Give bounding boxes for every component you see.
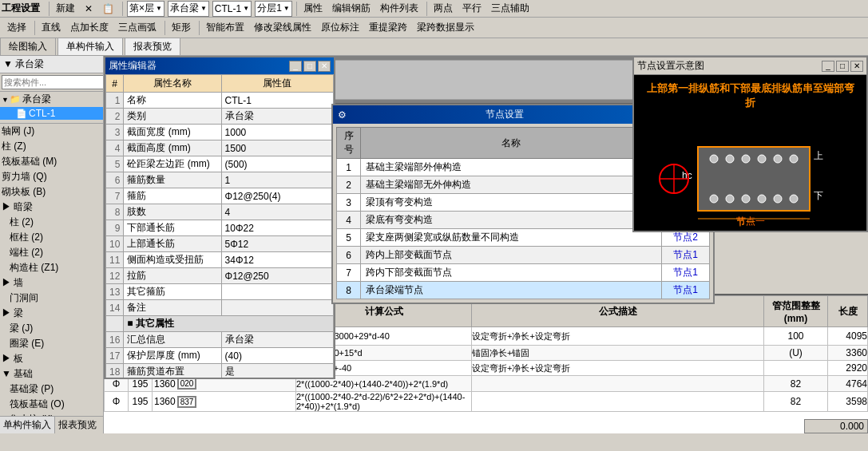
layer-combo[interactable]: 第×层▼ — [127, 1, 164, 17]
rebar-desc: 设定弯折+净长+设定弯折 — [472, 361, 764, 376]
sidebar-item-shearwall[interactable]: 剪力墙 (Q) — [0, 169, 103, 184]
sidebar-item-foundation[interactable]: ▼ 基础 — [0, 366, 103, 382]
sidebar-item-liang[interactable]: 梁 (J) — [0, 321, 103, 336]
props-row-value[interactable]: 1000 — [221, 125, 333, 140]
node-row-node[interactable]: 节点1 — [662, 264, 710, 282]
sidebar-item-foundbeam[interactable]: 基础梁 (P) — [0, 382, 103, 397]
node-row-node[interactable]: 节点1 — [662, 247, 710, 264]
node-diagram-close[interactable]: ✕ — [850, 61, 863, 72]
props-row-value[interactable]: 10Φ22 — [221, 220, 333, 236]
sidebar-item-ring[interactable]: 圈梁 (E) — [0, 336, 103, 351]
props-row-value[interactable]: 承台梁 — [221, 332, 333, 348]
orig-label-button[interactable]: 原位标注 — [317, 19, 363, 36]
tree-item-root[interactable]: ▼ 📁 承台梁 — [0, 92, 103, 107]
sidebar-item-door[interactable]: 门洞间 — [0, 291, 103, 306]
modify-line-button[interactable]: 修改梁线属性 — [250, 19, 315, 36]
sidebar-item-axis[interactable]: 轴网 (J) — [0, 124, 103, 139]
props-row-value[interactable] — [221, 300, 333, 316]
copy-button[interactable]: 📋 — [98, 2, 118, 16]
three-arc-button[interactable]: 三点画弧 — [114, 19, 161, 36]
rebar-dia: 195 — [129, 392, 153, 412]
props-row-value[interactable]: (40) — [221, 348, 333, 364]
sidebar-item-col2[interactable]: 柱 (2) — [0, 215, 103, 230]
props-row-name: 类别 — [124, 109, 221, 125]
parallel-button[interactable]: 平行 — [458, 0, 486, 17]
node-row-seq: 5 — [337, 229, 361, 247]
props-row-name: 汇总信息 — [124, 332, 221, 348]
select-button[interactable]: 选择 — [3, 19, 30, 36]
sidebar-item-wall[interactable]: ▶ 墙 — [0, 275, 103, 291]
sidebar-item-framecol[interactable]: 框柱 (2) — [0, 230, 103, 245]
props-scroll[interactable]: # 属性名称 属性值 1名称CTL-12类别承台梁3截面宽度 (mm)10004… — [105, 74, 334, 378]
sidebar-item-slab[interactable]: ▶ 板 — [0, 351, 103, 366]
panel-close-btn[interactable]: ✕ — [318, 61, 331, 72]
props-row-value[interactable]: CTL-1 — [221, 93, 333, 109]
node-diagram-restore[interactable]: □ — [836, 61, 849, 72]
node-row-seq: 8 — [337, 282, 361, 299]
node-row-node[interactable]: 节点1 — [662, 282, 710, 299]
props-row-name: 箍筋贯道布置 — [124, 364, 221, 378]
new-button[interactable]: 新建 — [52, 0, 79, 17]
panel-restore-btn[interactable]: □ — [303, 61, 316, 72]
rebar-desc — [472, 376, 764, 392]
svg-point-14 — [742, 195, 750, 203]
member-list-button[interactable]: 构件列表 — [376, 0, 422, 17]
toolbar2-sep1 — [34, 21, 35, 35]
sidebar-item-beam[interactable]: ▶ 梁 — [0, 306, 103, 321]
props-row-value[interactable]: 是 — [221, 364, 333, 378]
rect-button[interactable]: 矩形 — [168, 19, 195, 36]
sidebar-item-block[interactable]: 砌块板 (B) — [0, 184, 103, 200]
tab-draw[interactable]: 绘图输入 — [0, 38, 56, 55]
three-aux-button[interactable]: 三点辅助 — [487, 0, 533, 17]
sidebar-item-raftfound[interactable]: 筏板基础 (O) — [0, 397, 103, 412]
tab-report[interactable]: 报表预览 — [125, 38, 180, 55]
redraw-button[interactable]: 重提梁跨 — [365, 19, 411, 36]
tab-single-bottom[interactable]: 单构件输入 — [0, 417, 55, 433]
tree-arrow-root: ▼ — [2, 96, 9, 104]
rebar-adj — [764, 361, 828, 376]
props-row-value[interactable]: 34Φ12 — [221, 252, 333, 268]
props-row-value[interactable]: 1 — [221, 172, 333, 188]
layer1-combo[interactable]: 分层1▼ — [255, 1, 292, 17]
search-input[interactable] — [2, 75, 104, 89]
two-point-button[interactable]: 两点 — [430, 0, 457, 17]
panel-minimize-btn[interactable]: _ — [289, 61, 302, 72]
props-row-name: 拉筋 — [124, 268, 221, 284]
props-row-value[interactable]: 5Φ12 — [221, 236, 333, 252]
svg-point-13 — [726, 195, 734, 203]
node-row-name: 基础主梁端部外伸构造 — [361, 159, 662, 176]
add-len-button[interactable]: 点加长度 — [66, 19, 113, 36]
node-row-name: 梁底有弯变构造 — [361, 212, 662, 229]
tab-report-bottom[interactable]: 报表预览 — [55, 417, 100, 433]
sidebar-item-darkbeam[interactable]: ▶ 暗梁 — [0, 200, 103, 215]
props-row-num: 12 — [106, 268, 124, 284]
tree-item-ctl1[interactable]: 📄 CTL-1 — [0, 107, 103, 120]
left-sidebar: ▼ 承台梁 🔍 ▼ 📁 承台梁 📄 CTL-1 — [0, 56, 104, 433]
sidebar-item-endcol[interactable]: 端柱 (2) — [0, 245, 103, 260]
ctl-combo[interactable]: CTL-1▼ — [212, 1, 252, 17]
smart-layout-button[interactable]: 智能布置 — [202, 19, 248, 36]
edit-rebar-button[interactable]: 编辑钢筋 — [328, 0, 375, 17]
props-row-value[interactable]: 承台梁 — [221, 109, 333, 125]
props-row-value[interactable]: Φ12@250(4) — [221, 188, 333, 204]
props-row-value[interactable]: Φ12@250 — [221, 268, 333, 284]
props-row-value[interactable]: 4 — [221, 204, 333, 220]
props-row-num: 7 — [106, 188, 124, 204]
props-row-value[interactable]: 1500 — [221, 140, 333, 156]
sidebar-item-raft[interactable]: 筏板基础 (M) — [0, 154, 103, 169]
node-diagram-minimize[interactable]: _ — [822, 61, 834, 72]
line-button[interactable]: 直线 — [38, 19, 65, 36]
props-row-name: 保护层厚度 (mm) — [124, 348, 221, 364]
rebar-len: 2920 — [828, 361, 868, 376]
delete-button[interactable]: ✕ — [81, 2, 97, 16]
sidebar-item-structcol[interactable]: 构造柱 (Z1) — [0, 260, 103, 275]
base-beam-combo[interactable]: 承台梁▼ — [168, 1, 209, 17]
svg-point-11 — [790, 155, 798, 163]
tab-single[interactable]: 单构件输入 — [57, 38, 123, 55]
props-row-value[interactable]: (500) — [221, 156, 333, 172]
svg-point-12 — [710, 195, 718, 203]
span-data-button[interactable]: 梁跨数据显示 — [413, 19, 478, 36]
props-row-value[interactable] — [221, 284, 333, 300]
prop-button[interactable]: 属性 — [299, 0, 327, 17]
sidebar-item-col[interactable]: 柱 (Z) — [0, 139, 103, 154]
